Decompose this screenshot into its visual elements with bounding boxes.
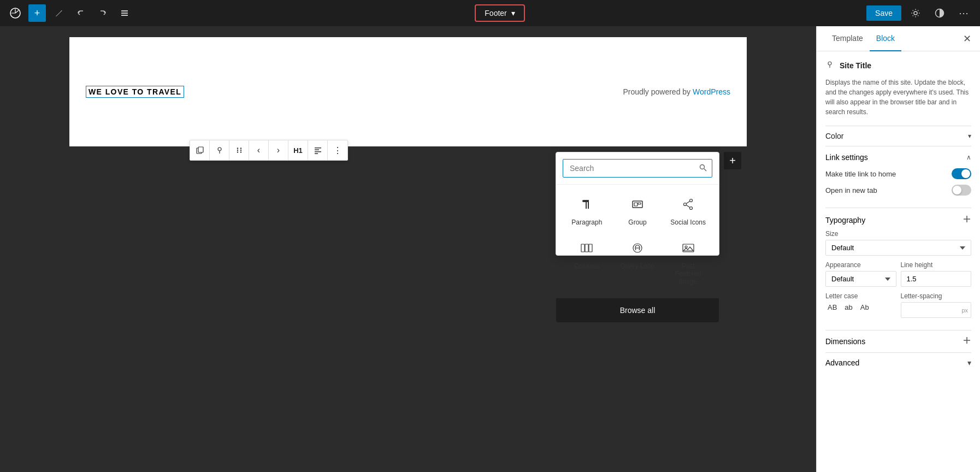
pin-icon-button[interactable] — [210, 140, 229, 160]
contrast-icon-button[interactable] — [930, 3, 949, 23]
dimensions-add-button[interactable] — [963, 336, 971, 347]
svg-point-15 — [240, 151, 241, 152]
svg-line-21 — [704, 169, 706, 171]
typography-add-button[interactable] — [963, 215, 971, 226]
add-block-canvas-button[interactable]: + — [724, 152, 741, 169]
svg-rect-31 — [585, 244, 588, 252]
svg-line-28 — [686, 202, 689, 204]
color-section-header[interactable]: Color ▾ — [825, 126, 971, 146]
query-loop-icon — [631, 241, 644, 258]
search-section — [556, 152, 719, 185]
svg-rect-2 — [121, 13, 128, 14]
editor-canvas: ‹ › H1 ⋮ — [69, 37, 747, 288]
main-area: ‹ › H1 ⋮ — [0, 26, 980, 472]
toolbar-center: Footer ▾ — [138, 4, 862, 22]
new-tab-label: Open in new tab — [825, 186, 877, 194]
color-chevron-icon: ▾ — [968, 132, 971, 140]
appearance-field: Appearance Default — [825, 261, 896, 287]
wp-logo[interactable] — [7, 4, 24, 22]
add-block-button[interactable]: + — [28, 4, 46, 22]
sidebar-close-button[interactable]: ✕ — [963, 33, 971, 45]
prev-block-button[interactable]: ‹ — [249, 140, 269, 160]
svg-point-20 — [700, 164, 705, 169]
make-link-toggle[interactable] — [952, 168, 971, 179]
advanced-label: Advanced — [825, 358, 859, 367]
titlecase-button[interactable]: Ab — [858, 302, 871, 312]
advanced-header[interactable]: Advanced ▾ — [825, 358, 971, 367]
svg-point-13 — [240, 150, 241, 151]
group-block[interactable]: Group — [613, 191, 662, 233]
footer-content: WE LOVE TO TRAVEL Proudly powered by Wor… — [69, 37, 747, 146]
vertical-dots-icon: ⋮ — [333, 145, 342, 156]
new-tab-toggle[interactable] — [952, 185, 971, 196]
powered-by: Proudly powered by WordPress — [623, 87, 730, 96]
copy-block-button[interactable] — [190, 140, 210, 160]
tab-template[interactable]: Template — [825, 26, 870, 51]
link-settings-header[interactable]: Link settings ∧ — [825, 153, 971, 162]
query-loop-block[interactable]: Query Loop — [613, 235, 662, 292]
post-featured-image-block[interactable]: Post Featured Image — [664, 235, 712, 292]
size-select[interactable]: Default — [825, 240, 971, 256]
size-label: Size — [825, 230, 971, 238]
more-block-options-button[interactable]: ⋮ — [328, 140, 347, 160]
dimensions-header[interactable]: Dimensions — [825, 336, 971, 347]
next-block-button[interactable]: › — [269, 140, 288, 160]
svg-point-4 — [914, 11, 917, 15]
footer-label: Footer — [485, 9, 506, 17]
more-options-button[interactable]: ⋯ — [954, 3, 973, 23]
svg-rect-30 — [581, 244, 585, 252]
toolbar-right: Save ⋯ — [866, 3, 973, 23]
dimensions-section: Dimensions — [825, 330, 971, 352]
letter-spacing-input[interactable] — [901, 302, 972, 318]
paragraph-block[interactable]: Paragraph — [563, 191, 611, 233]
columns-label: Columns — [574, 262, 600, 270]
settings-icon-button[interactable] — [906, 3, 925, 23]
svg-point-12 — [237, 150, 238, 151]
advanced-chevron-icon: ▾ — [967, 358, 971, 367]
undo-button[interactable] — [72, 4, 90, 22]
wordpress-link[interactable]: WordPress — [693, 87, 730, 96]
line-height-input[interactable] — [901, 271, 972, 287]
block-title: Site Title — [840, 61, 871, 70]
appearance-select[interactable]: Default — [825, 271, 896, 287]
block-description: Displays the name of this site. Update t… — [825, 78, 971, 117]
search-input[interactable] — [563, 159, 712, 178]
uppercase-button[interactable]: AB — [825, 302, 839, 312]
canvas-area: ‹ › H1 ⋮ — [0, 26, 816, 472]
redo-button[interactable] — [94, 4, 111, 22]
link-settings-arrow-icon: ∧ — [966, 154, 971, 161]
social-icons-block[interactable]: Social Icons — [664, 191, 712, 233]
svg-rect-7 — [198, 147, 203, 152]
list-view-button[interactable] — [116, 4, 133, 22]
social-icons-icon — [682, 198, 695, 214]
svg-rect-16 — [315, 148, 321, 149]
advanced-section: Advanced ▾ — [825, 352, 971, 373]
save-button[interactable]: Save — [866, 5, 901, 21]
footer-dropdown[interactable]: Footer ▾ — [475, 4, 524, 22]
browse-all-button[interactable]: Browse all — [556, 298, 719, 322]
paragraph-label: Paragraph — [571, 219, 602, 226]
search-icon — [699, 164, 707, 173]
line-height-label: Line height — [901, 261, 972, 269]
lowercase-button[interactable]: ab — [842, 302, 854, 312]
typography-section: Typography Size Default — [825, 208, 971, 330]
svg-point-25 — [689, 199, 692, 202]
svg-rect-19 — [315, 154, 318, 155]
tab-block[interactable]: Block — [870, 26, 901, 51]
group-icon — [631, 198, 644, 214]
align-button[interactable] — [308, 140, 328, 160]
site-title[interactable]: WE LOVE TO TRAVEL — [86, 86, 184, 98]
brush-icon-button[interactable] — [50, 4, 68, 22]
appearance-lineheight-row: Appearance Default Line height — [825, 261, 971, 287]
query-loop-label: Query Loop — [621, 262, 655, 270]
px-unit-label: px — [961, 307, 968, 314]
svg-rect-18 — [315, 151, 321, 152]
drag-handle[interactable] — [229, 140, 249, 160]
post-featured-image-icon — [682, 241, 695, 258]
svg-rect-17 — [315, 150, 319, 151]
right-sidebar: Template Block ✕ Site Title Displays the… — [816, 26, 980, 472]
heading-level-button[interactable]: H1 — [288, 140, 308, 160]
svg-rect-24 — [638, 203, 641, 204]
columns-block[interactable]: Columns — [563, 235, 611, 292]
svg-line-29 — [686, 205, 689, 208]
